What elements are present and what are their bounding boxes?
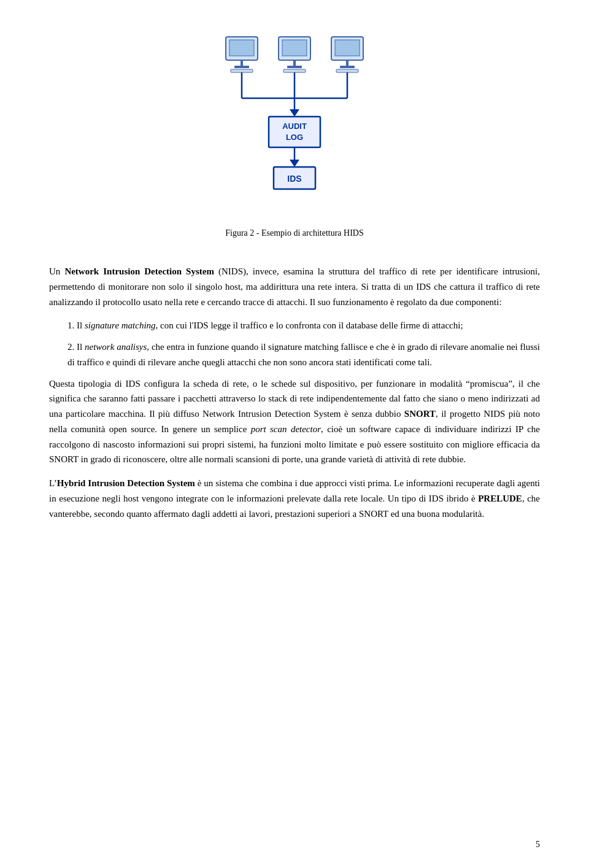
svg-rect-13 <box>340 66 355 68</box>
network-analisys-term: network analisys <box>85 342 147 352</box>
main-content: Un Network Intrusion Detection System (N… <box>49 264 540 521</box>
svg-rect-8 <box>287 66 302 68</box>
svg-rect-4 <box>231 69 253 72</box>
page: AUDIT LOG IDS Figura 2 - Esempio di arch… <box>0 0 589 868</box>
signature-matching-term: signature matching <box>85 320 156 330</box>
hybrid-ids-bold: Hybrid Intrusion Detection System <box>57 478 195 488</box>
figure-caption: Figura 2 - Esempio di architettura HIDS <box>225 228 364 238</box>
list-item-1: 1. Il signature matching, con cui l'IDS … <box>67 318 540 333</box>
svg-rect-1 <box>229 40 254 56</box>
computer-right <box>331 37 363 72</box>
svg-marker-24 <box>290 160 299 167</box>
svg-rect-3 <box>234 66 249 68</box>
hids-diagram: AUDIT LOG IDS <box>215 31 374 221</box>
ids-label: IDS <box>287 174 301 184</box>
computer-center <box>279 37 310 72</box>
prelude-bold: PRELUDE <box>478 494 522 503</box>
list-num-2: 2. <box>67 342 77 352</box>
svg-rect-7 <box>293 60 296 66</box>
page-number: 5 <box>536 840 540 850</box>
nids-intro-paragraph: Un Network Intrusion Detection System (N… <box>49 264 540 309</box>
audit-log-label-line1: AUDIT <box>282 122 307 131</box>
port-scan-detector-term: port scan detector <box>251 424 321 434</box>
diagram-section: AUDIT LOG IDS Figura 2 - Esempio di arch… <box>49 31 540 253</box>
svg-rect-6 <box>282 40 307 56</box>
computer-left <box>226 37 258 72</box>
nids-bold-title: Network Intrusion Detection System <box>64 266 214 276</box>
svg-rect-12 <box>346 60 348 66</box>
svg-rect-9 <box>283 69 306 72</box>
audit-log-label-line2: LOG <box>286 133 303 142</box>
components-list: 1. Il signature matching, con cui l'IDS … <box>67 318 540 370</box>
svg-rect-14 <box>336 69 358 72</box>
svg-rect-11 <box>335 40 360 56</box>
snort-bold: SNORT <box>404 409 436 419</box>
svg-marker-21 <box>290 109 299 117</box>
list-num-1: 1. <box>67 320 77 330</box>
nids-paragraph-2: Questa tipologia di IDS configura la sch… <box>49 376 540 468</box>
hybrid-paragraph: L’Hybrid Intrusion Detection System è un… <box>49 476 540 521</box>
list-item-2: 2. Il network analisys, che entra in fun… <box>67 339 540 370</box>
svg-rect-2 <box>241 60 243 66</box>
